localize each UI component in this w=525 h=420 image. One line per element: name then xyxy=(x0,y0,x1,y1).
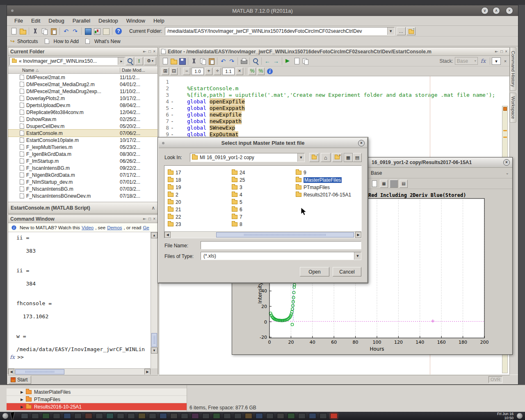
scroll-right-icon[interactable]: ▶ xyxy=(355,232,361,238)
find-icon[interactable] xyxy=(251,57,260,65)
breakpoint-column[interactable]: - xyxy=(169,131,180,138)
getting-started-link[interactable]: Ge xyxy=(143,225,149,230)
breakpoint-column[interactable]: - xyxy=(169,125,180,131)
close-dialog-icon[interactable]: × xyxy=(358,140,365,146)
command-window-output[interactable]: ii = 383ii = 384fhconsole = 173.1062w =/… xyxy=(8,232,158,368)
layout-icon[interactable]: ▤ xyxy=(399,180,408,188)
expand-arrow-icon[interactable]: ▶ xyxy=(21,390,23,394)
run-icon[interactable] xyxy=(284,57,292,65)
code-line[interactable]: 3%[file,path] = uiputfile('.mat','Create… xyxy=(159,92,509,98)
menu-desktop[interactable]: Desktop xyxy=(94,16,122,25)
close-panel-icon[interactable]: × xyxy=(153,49,155,54)
taskbar-app-icon[interactable] xyxy=(138,413,146,419)
file-row[interactable]: F_NImStartup_dev.m07/01/2... xyxy=(8,178,158,185)
shortcut-how-to-add[interactable]: How to Add xyxy=(54,39,79,44)
file-row[interactable]: DoverlayPlots2.m10/17/2... xyxy=(8,95,158,102)
scrollbar-thumb[interactable] xyxy=(15,369,64,374)
stack-combo[interactable]: Base ▾ xyxy=(455,57,478,65)
save-icon[interactable] xyxy=(178,57,186,65)
file-row[interactable]: DReplicate96to384conv.m12/04/2... xyxy=(8,109,158,116)
dialog-folder-item[interactable]: 24 xyxy=(232,169,245,176)
breadcrumb-expand-icon[interactable]: ▸ xyxy=(118,57,125,65)
code-line[interactable]: 4-global openExpfile xyxy=(159,98,509,105)
close-button[interactable]: × xyxy=(506,7,513,14)
expand-arrow-icon[interactable]: ▶ xyxy=(21,397,23,402)
look-in-combo[interactable]: MI 16_0919_yor1-2 copy ▼ xyxy=(190,153,305,162)
current-folder-header[interactable]: Current Folder ⇤□× xyxy=(8,48,158,56)
breakpoint-column[interactable] xyxy=(169,92,180,98)
file-row[interactable]: DshowRaw.m02/25/2... xyxy=(8,116,158,123)
increase-value-button[interactable]: + xyxy=(205,68,212,75)
cut-icon[interactable] xyxy=(190,57,198,65)
search-button[interactable] xyxy=(126,57,134,65)
undo-icon[interactable]: ↶ xyxy=(62,27,70,35)
taskbar-app-icon[interactable] xyxy=(266,413,274,419)
grid-toggle-icon[interactable] xyxy=(390,180,398,188)
code-line[interactable]: 5-global openExppath xyxy=(159,105,509,112)
code-line[interactable]: 8-global SWnewExp xyxy=(159,125,509,131)
fx-icon[interactable]: fx xyxy=(10,354,15,360)
decrease-value-button[interactable]: − xyxy=(183,68,190,75)
command-window-header[interactable]: Command Window ⇤□× xyxy=(8,215,158,223)
dock-icon[interactable]: ⇤ xyxy=(495,49,498,54)
scroll-right-icon[interactable]: ▶ xyxy=(144,369,151,375)
open-icon[interactable] xyxy=(169,57,178,65)
menu-parallel[interactable]: Parallel xyxy=(68,16,94,25)
taskbar-app-icon[interactable] xyxy=(106,413,114,419)
file-row[interactable]: DMPexcel2mat_MediaDrug2.m04/01/2... xyxy=(8,81,158,88)
taskbar-app-icon[interactable] xyxy=(256,413,263,419)
horizontal-scrollbar[interactable]: ◀ ▶ xyxy=(164,231,361,238)
file-name-input[interactable] xyxy=(201,241,361,249)
breakpoint-column[interactable]: - xyxy=(169,112,180,118)
file-row[interactable]: DpertsUploadDev.m08/04/2... xyxy=(8,102,158,109)
dialog-folder-item[interactable]: PTmapFiles xyxy=(296,184,330,191)
scroll-left-icon[interactable]: ◀ xyxy=(8,369,14,375)
dialog-folder-item[interactable]: 9 xyxy=(296,169,306,176)
forward-icon[interactable]: → xyxy=(272,57,280,65)
taskbar-app-icon[interactable] xyxy=(330,413,338,419)
details-view-button[interactable]: ▤ xyxy=(353,153,362,162)
restore-icon[interactable]: □ xyxy=(148,49,151,54)
taskbar-app-icon[interactable] xyxy=(42,413,50,419)
up-folder-button[interactable]: ↑ xyxy=(406,27,415,35)
help-icon[interactable] xyxy=(114,27,123,35)
layout-combo[interactable]: ▾ xyxy=(492,57,501,65)
dialog-folder-item[interactable]: 4 xyxy=(232,191,242,198)
dialog-folder-item[interactable]: 17 xyxy=(168,169,181,176)
menu-edit[interactable]: Edit xyxy=(27,16,44,25)
file-manager-row[interactable]: ▶Results2016-10-25A1 xyxy=(7,403,187,410)
cell-value-2[interactable]: 1.1 xyxy=(222,68,235,75)
fx-icon[interactable]: fx xyxy=(481,58,486,64)
file-row[interactable]: F_ImStartup.m06/26/2... xyxy=(8,158,158,164)
shortcut-whats-new[interactable]: What's New xyxy=(94,39,121,44)
collapse-details-icon[interactable]: ∧ xyxy=(151,205,155,211)
taskbar-app-icon[interactable] xyxy=(160,413,167,419)
combo-dropdown-icon[interactable]: ▼ xyxy=(297,153,304,162)
column-name[interactable]: Name xyxy=(22,68,34,73)
scroll-down-icon[interactable]: ▼ xyxy=(151,347,158,354)
taskbar-app-icon[interactable] xyxy=(192,413,199,419)
info-icon[interactable] xyxy=(266,67,274,75)
scrollbar-thumb[interactable] xyxy=(216,232,354,237)
dialog-folder-item[interactable]: 21 xyxy=(168,206,181,213)
taskbar-app-icon[interactable] xyxy=(170,413,178,419)
cell-value-1[interactable]: 1.0 xyxy=(192,68,204,75)
dialog-folder-item[interactable]: 19 xyxy=(168,184,181,191)
dialog-folder-item[interactable]: 20 xyxy=(168,199,181,205)
dialog-folder-item[interactable]: 5 xyxy=(232,199,242,205)
taskbar-app-icon[interactable] xyxy=(74,413,82,419)
breakpoint-column[interactable]: - xyxy=(169,98,180,105)
analyzer-warning-tick[interactable] xyxy=(503,137,507,138)
new-script-icon[interactable] xyxy=(161,57,169,65)
restore-icon[interactable]: □ xyxy=(500,49,503,54)
folder-list[interactable]: ◀ ▶ 17181922021222324253456789MasterPlat… xyxy=(164,165,362,238)
compare-icon[interactable] xyxy=(301,57,309,65)
taskbar-app-icon[interactable] xyxy=(288,413,295,419)
paste-icon[interactable] xyxy=(207,57,215,65)
taskbar-app-icon[interactable] xyxy=(202,413,210,419)
close-figure-icon[interactable]: × xyxy=(503,159,510,166)
code-line[interactable]: 6-global newExpfile xyxy=(159,112,509,118)
up-one-level-button[interactable]: ↑ xyxy=(309,153,319,162)
code-line[interactable]: 2%EstartConsole.m xyxy=(159,85,509,92)
back-icon[interactable]: ← xyxy=(263,57,272,65)
